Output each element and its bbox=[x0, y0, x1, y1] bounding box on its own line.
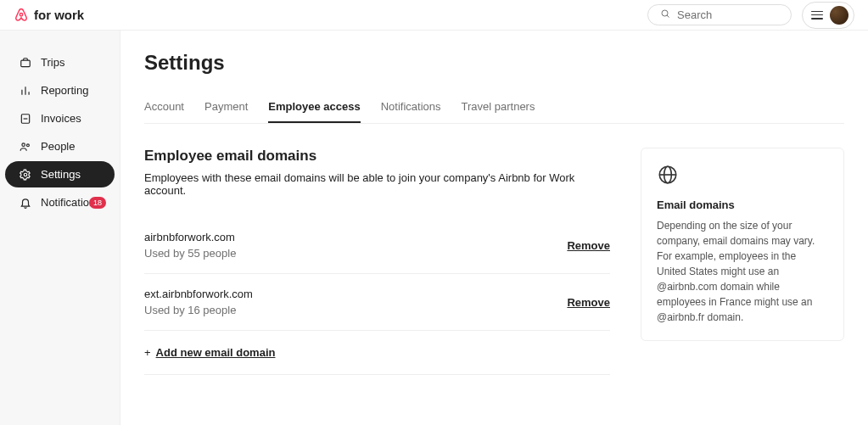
search-input[interactable]: Search bbox=[647, 4, 792, 25]
airbnb-logo-icon bbox=[14, 8, 29, 23]
people-icon bbox=[19, 141, 32, 153]
domain-usage: Used by 16 people bbox=[144, 304, 253, 316]
brand-logo[interactable]: for work bbox=[14, 8, 84, 23]
info-card-title: Email domains bbox=[657, 199, 828, 211]
remove-domain-button[interactable]: Remove bbox=[567, 239, 610, 252]
sidebar-item-label: People bbox=[41, 140, 75, 153]
sidebar-item-invoices[interactable]: Invoices bbox=[5, 105, 115, 131]
sidebar-item-notifications[interactable]: Notifications 18 bbox=[5, 189, 115, 215]
sidebar-item-reporting[interactable]: Reporting bbox=[5, 77, 115, 103]
main-content: Settings Account Payment Employee access… bbox=[120, 31, 868, 425]
domain-name: airbnbforwork.com bbox=[144, 231, 236, 243]
gear-icon bbox=[19, 169, 32, 181]
svg-rect-3 bbox=[21, 60, 31, 67]
notification-badge: 18 bbox=[89, 197, 106, 209]
account-menu-button[interactable] bbox=[802, 2, 854, 29]
globe-icon bbox=[657, 164, 828, 188]
svg-point-9 bbox=[22, 143, 25, 146]
plus-icon: + bbox=[144, 346, 151, 359]
info-card-body: Depending on the size of your company, e… bbox=[657, 218, 828, 325]
tab-employee-access[interactable]: Employee access bbox=[268, 92, 360, 123]
sidebar-item-settings[interactable]: Settings bbox=[5, 161, 115, 187]
settings-tabs: Account Payment Employee access Notifica… bbox=[144, 92, 844, 124]
svg-point-0 bbox=[20, 13, 22, 15]
hamburger-icon bbox=[811, 11, 823, 20]
sidebar: Trips Reporting Invoices People Settings bbox=[0, 31, 120, 425]
search-icon bbox=[660, 8, 670, 21]
svg-point-1 bbox=[662, 10, 668, 16]
bar-chart-icon bbox=[19, 85, 32, 97]
add-domain-label: Add new email domain bbox=[156, 346, 276, 359]
bell-icon bbox=[19, 197, 32, 209]
sidebar-item-people[interactable]: People bbox=[5, 133, 115, 159]
sidebar-item-label: Settings bbox=[41, 168, 81, 181]
tab-account[interactable]: Account bbox=[144, 92, 184, 123]
svg-line-2 bbox=[667, 15, 669, 18]
remove-domain-button[interactable]: Remove bbox=[567, 296, 610, 309]
sidebar-item-trips[interactable]: Trips bbox=[5, 49, 115, 75]
add-domain-button[interactable]: + Add new email domain bbox=[144, 331, 610, 375]
avatar bbox=[830, 6, 848, 25]
domain-usage: Used by 55 people bbox=[144, 247, 236, 260]
domain-row: ext.airbnbforwork.com Used by 16 people … bbox=[144, 274, 610, 331]
tab-payment[interactable]: Payment bbox=[204, 92, 248, 123]
sidebar-item-label: Reporting bbox=[41, 84, 88, 97]
section-description: Employees with these email domains will … bbox=[144, 171, 610, 197]
section-title: Employee email domains bbox=[144, 148, 610, 165]
info-card: Email domains Depending on the size of y… bbox=[641, 148, 844, 341]
search-placeholder: Search bbox=[677, 8, 712, 21]
svg-point-11 bbox=[24, 173, 27, 176]
topbar: for work Search bbox=[0, 0, 868, 31]
tab-travel-partners[interactable]: Travel partners bbox=[462, 92, 535, 123]
sidebar-item-label: Trips bbox=[41, 56, 64, 69]
invoice-icon bbox=[19, 113, 32, 125]
page-title: Settings bbox=[144, 51, 844, 75]
sidebar-item-label: Invoices bbox=[41, 112, 81, 125]
domain-row: airbnbforwork.com Used by 55 people Remo… bbox=[144, 217, 610, 274]
domain-name: ext.airbnbforwork.com bbox=[144, 288, 253, 300]
suitcase-icon bbox=[19, 57, 32, 69]
brand-text: for work bbox=[34, 8, 84, 22]
tab-notifications[interactable]: Notifications bbox=[381, 92, 441, 123]
svg-point-10 bbox=[26, 143, 29, 146]
